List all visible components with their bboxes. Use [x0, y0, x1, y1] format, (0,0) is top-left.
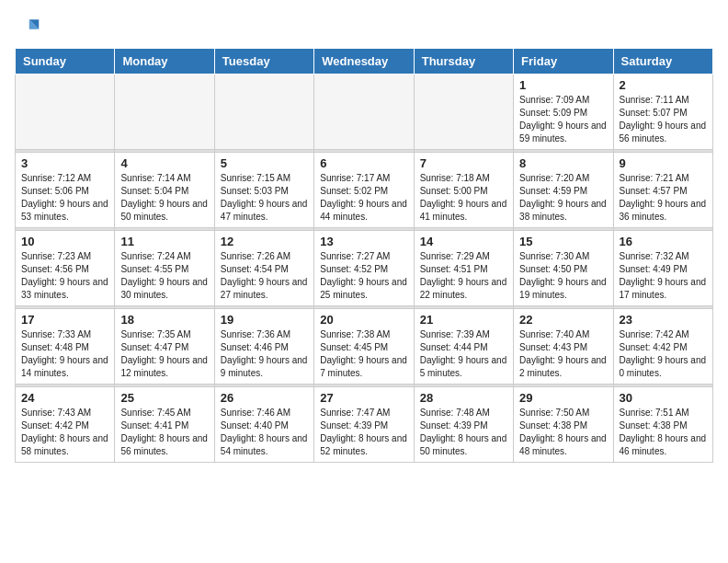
day-number: 28	[420, 391, 507, 405]
page-header	[15, 15, 713, 40]
day-number: 8	[519, 156, 607, 170]
day-info: Sunrise: 7:29 AM Sunset: 4:51 PM Dayligh…	[420, 250, 507, 302]
calendar-cell: 19Sunrise: 7:36 AM Sunset: 4:46 PM Dayli…	[214, 309, 313, 385]
day-info: Sunrise: 7:51 AM Sunset: 4:38 PM Dayligh…	[620, 407, 707, 458]
calendar-cell: 23Sunrise: 7:42 AM Sunset: 4:42 PM Dayli…	[613, 309, 712, 385]
calendar-cell: 14Sunrise: 7:29 AM Sunset: 4:51 PM Dayli…	[414, 231, 513, 306]
day-info: Sunrise: 7:14 AM Sunset: 5:04 PM Dayligh…	[120, 172, 208, 224]
col-header-saturday: Saturday	[613, 49, 712, 75]
calendar-cell	[115, 75, 214, 150]
calendar-cell	[214, 75, 313, 150]
col-header-tuesday: Tuesday	[214, 49, 313, 75]
day-number: 24	[21, 391, 108, 405]
col-header-wednesday: Wednesday	[314, 49, 414, 75]
day-number: 20	[320, 313, 407, 327]
day-number: 22	[519, 313, 607, 327]
calendar-cell: 8Sunrise: 7:20 AM Sunset: 4:59 PM Daylig…	[514, 153, 613, 228]
calendar-cell: 10Sunrise: 7:23 AM Sunset: 4:56 PM Dayli…	[16, 231, 115, 306]
day-number: 15	[519, 235, 607, 248]
day-number: 18	[120, 313, 208, 327]
day-info: Sunrise: 7:11 AM Sunset: 5:07 PM Dayligh…	[620, 94, 707, 145]
calendar-cell: 15Sunrise: 7:30 AM Sunset: 4:50 PM Dayli…	[514, 231, 613, 306]
day-info: Sunrise: 7:27 AM Sunset: 4:52 PM Dayligh…	[320, 250, 407, 302]
calendar-week-row: 17Sunrise: 7:33 AM Sunset: 4:48 PM Dayli…	[16, 309, 713, 385]
day-info: Sunrise: 7:33 AM Sunset: 4:48 PM Dayligh…	[21, 328, 108, 380]
calendar-cell: 12Sunrise: 7:26 AM Sunset: 4:54 PM Dayli…	[214, 231, 313, 306]
day-info: Sunrise: 7:26 AM Sunset: 4:54 PM Dayligh…	[221, 250, 308, 302]
day-number: 25	[120, 391, 208, 405]
calendar-cell	[16, 75, 115, 150]
calendar-cell: 25Sunrise: 7:45 AM Sunset: 4:41 PM Dayli…	[115, 387, 214, 463]
day-info: Sunrise: 7:47 AM Sunset: 4:39 PM Dayligh…	[320, 407, 407, 458]
calendar-week-row: 24Sunrise: 7:43 AM Sunset: 4:42 PM Dayli…	[16, 387, 713, 463]
col-header-thursday: Thursday	[414, 49, 513, 75]
calendar-cell: 24Sunrise: 7:43 AM Sunset: 4:42 PM Dayli…	[16, 387, 115, 463]
day-info: Sunrise: 7:30 AM Sunset: 4:50 PM Dayligh…	[519, 250, 607, 302]
col-header-monday: Monday	[115, 49, 214, 75]
calendar-cell: 27Sunrise: 7:47 AM Sunset: 4:39 PM Dayli…	[314, 387, 414, 463]
day-number: 4	[120, 156, 208, 170]
calendar-cell: 9Sunrise: 7:21 AM Sunset: 4:57 PM Daylig…	[613, 153, 712, 228]
day-info: Sunrise: 7:24 AM Sunset: 4:55 PM Dayligh…	[120, 250, 208, 302]
day-number: 3	[21, 156, 108, 170]
logo	[15, 15, 44, 40]
calendar-cell: 29Sunrise: 7:50 AM Sunset: 4:38 PM Dayli…	[514, 387, 613, 463]
calendar-table: SundayMondayTuesdayWednesdayThursdayFrid…	[15, 48, 713, 463]
day-number: 21	[420, 313, 507, 327]
calendar-cell: 3Sunrise: 7:12 AM Sunset: 5:06 PM Daylig…	[16, 153, 115, 228]
calendar-cell: 2Sunrise: 7:11 AM Sunset: 5:07 PM Daylig…	[613, 75, 712, 150]
day-info: Sunrise: 7:40 AM Sunset: 4:43 PM Dayligh…	[519, 328, 607, 380]
day-number: 23	[620, 313, 707, 327]
day-number: 9	[620, 156, 707, 170]
day-info: Sunrise: 7:50 AM Sunset: 4:38 PM Dayligh…	[519, 407, 607, 458]
day-info: Sunrise: 7:15 AM Sunset: 5:03 PM Dayligh…	[221, 172, 308, 224]
day-number: 11	[120, 235, 208, 248]
day-info: Sunrise: 7:09 AM Sunset: 5:09 PM Dayligh…	[519, 94, 607, 145]
day-info: Sunrise: 7:21 AM Sunset: 4:57 PM Dayligh…	[620, 172, 707, 224]
calendar-cell: 4Sunrise: 7:14 AM Sunset: 5:04 PM Daylig…	[115, 153, 214, 228]
day-info: Sunrise: 7:23 AM Sunset: 4:56 PM Dayligh…	[21, 250, 108, 302]
day-info: Sunrise: 7:36 AM Sunset: 4:46 PM Dayligh…	[221, 328, 308, 380]
calendar-cell	[414, 75, 513, 150]
day-number: 26	[221, 391, 308, 405]
calendar-cell: 30Sunrise: 7:51 AM Sunset: 4:38 PM Dayli…	[613, 387, 712, 463]
calendar-cell: 18Sunrise: 7:35 AM Sunset: 4:47 PM Dayli…	[115, 309, 214, 385]
day-number: 14	[420, 235, 507, 248]
day-number: 17	[21, 313, 108, 327]
day-info: Sunrise: 7:43 AM Sunset: 4:42 PM Dayligh…	[21, 407, 108, 458]
calendar-cell: 6Sunrise: 7:17 AM Sunset: 5:02 PM Daylig…	[314, 153, 414, 228]
day-info: Sunrise: 7:20 AM Sunset: 4:59 PM Dayligh…	[519, 172, 607, 224]
calendar-cell: 26Sunrise: 7:46 AM Sunset: 4:40 PM Dayli…	[214, 387, 313, 463]
calendar-week-row: 1Sunrise: 7:09 AM Sunset: 5:09 PM Daylig…	[16, 75, 713, 150]
calendar-cell: 21Sunrise: 7:39 AM Sunset: 4:44 PM Dayli…	[414, 309, 513, 385]
calendar-header-row: SundayMondayTuesdayWednesdayThursdayFrid…	[16, 49, 713, 75]
day-number: 2	[620, 78, 707, 92]
day-info: Sunrise: 7:12 AM Sunset: 5:06 PM Dayligh…	[21, 172, 108, 224]
calendar-cell: 20Sunrise: 7:38 AM Sunset: 4:45 PM Dayli…	[314, 309, 414, 385]
calendar-cell: 13Sunrise: 7:27 AM Sunset: 4:52 PM Dayli…	[314, 231, 414, 306]
day-number: 19	[221, 313, 308, 327]
day-info: Sunrise: 7:32 AM Sunset: 4:49 PM Dayligh…	[620, 250, 707, 302]
calendar-cell: 22Sunrise: 7:40 AM Sunset: 4:43 PM Dayli…	[514, 309, 613, 385]
calendar-week-row: 3Sunrise: 7:12 AM Sunset: 5:06 PM Daylig…	[16, 153, 713, 228]
calendar-cell: 5Sunrise: 7:15 AM Sunset: 5:03 PM Daylig…	[214, 153, 313, 228]
day-number: 29	[519, 391, 607, 405]
day-number: 6	[320, 156, 407, 170]
day-info: Sunrise: 7:42 AM Sunset: 4:42 PM Dayligh…	[620, 328, 707, 380]
calendar-cell: 11Sunrise: 7:24 AM Sunset: 4:55 PM Dayli…	[115, 231, 214, 306]
day-number: 10	[21, 235, 108, 248]
day-info: Sunrise: 7:46 AM Sunset: 4:40 PM Dayligh…	[221, 407, 308, 458]
day-number: 16	[620, 235, 707, 248]
col-header-sunday: Sunday	[16, 49, 115, 75]
day-info: Sunrise: 7:35 AM Sunset: 4:47 PM Dayligh…	[120, 328, 208, 380]
day-info: Sunrise: 7:39 AM Sunset: 4:44 PM Dayligh…	[420, 328, 507, 380]
day-number: 27	[320, 391, 407, 405]
calendar-cell: 16Sunrise: 7:32 AM Sunset: 4:49 PM Dayli…	[613, 231, 712, 306]
calendar-cell: 28Sunrise: 7:48 AM Sunset: 4:39 PM Dayli…	[414, 387, 513, 463]
day-number: 12	[221, 235, 308, 248]
calendar-cell: 17Sunrise: 7:33 AM Sunset: 4:48 PM Dayli…	[16, 309, 115, 385]
day-number: 5	[221, 156, 308, 170]
day-info: Sunrise: 7:48 AM Sunset: 4:39 PM Dayligh…	[420, 407, 507, 458]
day-number: 1	[519, 78, 607, 92]
day-number: 13	[320, 235, 407, 248]
